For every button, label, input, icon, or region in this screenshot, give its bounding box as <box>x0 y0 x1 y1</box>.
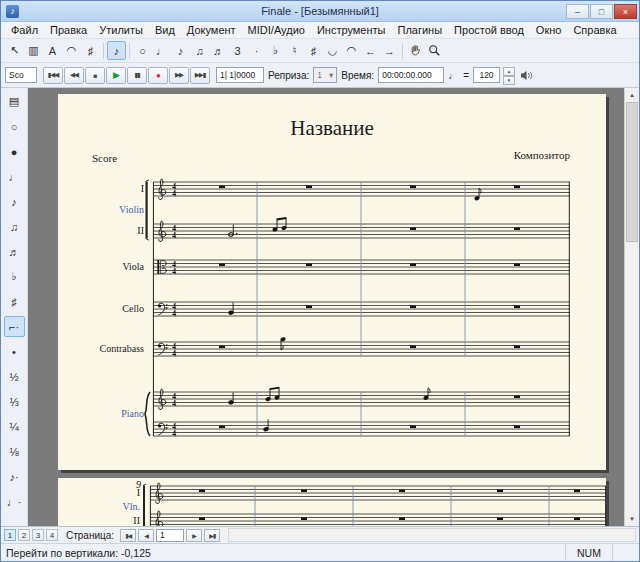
sixteenth-note-button[interactable]: ♬ <box>209 41 228 60</box>
previous-entry-button[interactable]: ← <box>361 41 380 60</box>
sixteenth-notes-palette[interactable]: ♬ <box>4 241 25 262</box>
page-button-2[interactable]: 2 <box>18 529 30 541</box>
scroll-up-button[interactable]: ▲ <box>625 88 639 102</box>
reprise-value: 1 <box>317 70 322 80</box>
page-button-4[interactable]: 4 <box>46 529 58 541</box>
stop-button[interactable]: ■ <box>85 67 105 84</box>
reprise-select[interactable]: 1 ▾ <box>313 67 337 83</box>
staff-lines <box>150 486 606 526</box>
menu-file[interactable]: Файл <box>5 22 44 38</box>
dotted-eighth-palette[interactable]: ♪· <box>4 466 25 487</box>
menu-window[interactable]: Окно <box>530 22 568 38</box>
maximize-button[interactable]: □ <box>590 4 613 19</box>
smart-shape-tool[interactable]: ◠ <box>62 41 81 60</box>
first-page-button[interactable]: ▮◀ <box>120 529 136 542</box>
last-page-button[interactable]: ▶▮ <box>204 529 220 542</box>
next-entry-button[interactable]: → <box>380 41 399 60</box>
vertical-scrollbar[interactable]: ▲ ▼ <box>624 88 639 526</box>
natural-button[interactable]: ♮ <box>285 41 304 60</box>
system-1[interactable]: I Violin II Viola Cello Contrabass Piano <box>58 178 606 442</box>
beamed-notes-palette[interactable]: ♫ <box>4 216 25 237</box>
dot-palette[interactable]: • <box>4 341 25 362</box>
forward-end-button[interactable]: ▶▶▮ <box>190 67 210 84</box>
sharp-palette[interactable]: ♯ <box>4 291 25 312</box>
tuplet-button[interactable]: 3 <box>228 41 247 60</box>
menu-edit[interactable]: Правка <box>44 22 93 38</box>
augmentation-dot-button[interactable]: · <box>247 41 266 60</box>
next-page-button[interactable]: ▶ <box>186 529 202 542</box>
system-2[interactable]: 9 I Vln. II <box>58 480 606 526</box>
staff-tool[interactable]: ▥ <box>24 41 43 60</box>
menu-view[interactable]: Вид <box>149 22 181 38</box>
close-button[interactable]: × <box>614 4 637 19</box>
record-button[interactable]: ● <box>148 67 168 84</box>
staff-label-contrabass: Contrabass <box>58 343 148 355</box>
quarter-duration-palette[interactable]: ¼ <box>4 416 25 437</box>
tempo-down-button[interactable]: ▾ <box>503 76 515 85</box>
selection-tool[interactable]: ↖ <box>5 41 24 60</box>
flat-button[interactable]: ♭ <box>266 41 285 60</box>
notes[interactable] <box>228 188 481 431</box>
beamed-notes-button[interactable]: ♫ <box>190 41 209 60</box>
menu-midi-audio[interactable]: MIDI/Аудио <box>242 22 311 38</box>
play-button[interactable]: ▶ <box>106 67 126 84</box>
score-page-1[interactable]: Название Score Композитор I Violin II Vi… <box>58 94 606 470</box>
whole-note-palette[interactable]: ○ <box>4 116 25 137</box>
dotted-quarter-palette[interactable]: ♩· <box>4 491 25 512</box>
eighth-note <box>424 388 430 400</box>
triplet-palette[interactable]: ⅓ <box>4 391 25 412</box>
quarter-note-button[interactable]: ♩ <box>152 41 171 60</box>
page-button-1[interactable]: 1 <box>4 529 16 541</box>
menu-utilities[interactable]: Утилиты <box>93 22 149 38</box>
playback-counter[interactable]: 1| 1|0000 <box>216 67 264 83</box>
horizontal-scrollbar[interactable] <box>228 528 636 542</box>
menu-tools[interactable]: Инструменты <box>311 22 392 38</box>
svg-text:4: 4 <box>172 267 176 276</box>
staff-label-cello: Cello <box>58 303 148 315</box>
half-note-palette[interactable]: ● <box>4 141 25 162</box>
quarter-note-palette[interactable]: ♩ <box>4 166 25 187</box>
menu-simple-entry[interactable]: Простой ввод <box>448 22 530 38</box>
flat-palette[interactable]: ♭ <box>4 266 25 287</box>
sharp-button[interactable]: ♯ <box>304 41 323 60</box>
scroll-down-button[interactable]: ▼ <box>625 512 639 526</box>
tempo-up-button[interactable]: ▴ <box>503 67 515 76</box>
system-2-graphics[interactable] <box>150 482 606 526</box>
forward-button[interactable]: ▶▶ <box>169 67 189 84</box>
barlines[interactable] <box>150 486 605 526</box>
eighth-note-palette[interactable]: ♪ <box>4 191 25 212</box>
tempo-input[interactable]: 120 <box>473 67 500 83</box>
menu-plugins[interactable]: Плагины <box>392 22 449 38</box>
eighth-rest-palette[interactable]: ⌐· <box>4 316 25 337</box>
hand-grabber-tool[interactable] <box>406 41 425 60</box>
rewind-start-button[interactable]: ▮◀◀ <box>43 67 63 84</box>
pause-button[interactable]: ▮▮ <box>127 67 147 84</box>
score-page-2[interactable]: 9 I Vln. II <box>58 478 606 526</box>
previous-page-button[interactable]: ◀ <box>138 529 154 542</box>
key-signature-tool[interactable]: ♯ <box>81 41 100 60</box>
rewind-button[interactable]: ◀◀ <box>64 67 84 84</box>
eighth-note-button[interactable]: ♪ <box>171 41 190 60</box>
tie-button[interactable]: ◡ <box>323 41 342 60</box>
score-title: Название <box>58 116 606 141</box>
layout-tool[interactable]: ▤ <box>4 91 25 112</box>
page-number-input[interactable]: 1 <box>156 529 184 542</box>
simple-entry-tool[interactable]: ♪ <box>107 41 126 60</box>
vertical-scroll-thumb[interactable] <box>626 102 638 242</box>
page-button-3[interactable]: 3 <box>32 529 44 541</box>
staff-set-box[interactable]: Sco <box>5 67 37 83</box>
menu-document[interactable]: Документ <box>181 22 242 38</box>
system-1-graphics[interactable]: 44 44 44 44 44 44 44 <box>153 178 570 440</box>
time-display[interactable]: 00:00:00.000 <box>378 67 444 83</box>
speaker-button[interactable] <box>518 66 535 85</box>
zoom-tool[interactable] <box>425 41 444 60</box>
text-tool[interactable]: A <box>43 41 62 60</box>
minimize-button[interactable]: – <box>566 4 589 19</box>
slur-button[interactable]: ◠ <box>342 41 361 60</box>
eighth-duration-palette[interactable]: ⅛ <box>4 441 25 462</box>
menu-help[interactable]: Справка <box>567 22 622 38</box>
whole-note-button[interactable]: ○ <box>133 41 152 60</box>
title-bar[interactable]: ♪ Finale - [Безымянный1] – □ × <box>1 1 639 22</box>
score-view[interactable]: Название Score Композитор I Violin II Vi… <box>28 88 639 526</box>
half-duration-palette[interactable]: ½ <box>4 366 25 387</box>
